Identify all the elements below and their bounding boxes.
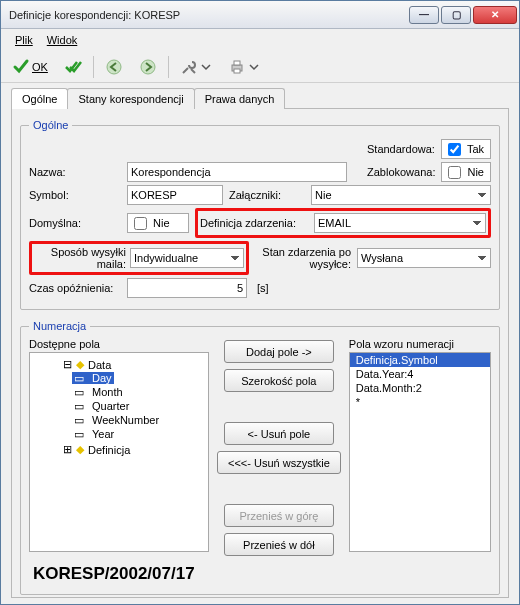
tabstrip: Ogólne Stany korespondencji Prawa danych bbox=[11, 87, 509, 109]
tree-node-data[interactable]: ⊟ ◆ Data bbox=[61, 358, 113, 371]
default-checkbox[interactable]: Nie bbox=[127, 213, 189, 233]
field-width-button[interactable]: Szerokość pola bbox=[224, 369, 334, 392]
print-button[interactable] bbox=[223, 55, 265, 79]
locked-checkbox-input[interactable] bbox=[448, 166, 461, 179]
diamond-icon: ◆ bbox=[76, 358, 84, 371]
tab-general[interactable]: Ogólne bbox=[11, 88, 68, 109]
svg-point-1 bbox=[141, 60, 155, 74]
remove-all-button[interactable]: <<<- Usuń wszystkie bbox=[217, 451, 341, 474]
list-item[interactable]: Data.Month:2 bbox=[350, 381, 490, 395]
content: Ogólne Stany korespondencji Prawa danych… bbox=[1, 83, 519, 604]
numbering-preview: KORESP/2002/07/17 bbox=[29, 556, 491, 586]
arrow-right-icon bbox=[139, 58, 157, 76]
remove-field-button[interactable]: <- Usuń pole bbox=[224, 422, 334, 445]
maximize-button[interactable]: ▢ bbox=[441, 6, 471, 24]
add-field-button[interactable]: Dodaj pole -> bbox=[224, 340, 334, 363]
tools-button[interactable] bbox=[175, 55, 217, 79]
nav-prev-button[interactable] bbox=[100, 55, 128, 79]
svg-point-0 bbox=[107, 60, 121, 74]
delay-label: Czas opóźnienia: bbox=[29, 282, 121, 294]
pattern-fields-col: Pola wzoru numeracji Definicja.Symbol Da… bbox=[349, 338, 491, 556]
chevron-down-icon bbox=[248, 61, 260, 73]
standard-checkbox[interactable]: Tak bbox=[441, 139, 491, 159]
check-icon bbox=[12, 58, 30, 76]
pattern-fields-label: Pola wzoru numeracji bbox=[349, 338, 491, 350]
eventstate-select[interactable]: Wysłana bbox=[357, 248, 491, 268]
menu-file[interactable]: Plik bbox=[15, 34, 33, 46]
printer-icon bbox=[228, 58, 246, 76]
list-item[interactable]: Definicja.Symbol bbox=[350, 353, 490, 367]
tools-icon bbox=[180, 58, 198, 76]
move-down-button[interactable]: Przenieś w dół bbox=[224, 533, 334, 556]
tab-panel-general: Ogólne Standardowa: Tak Nazwa: Zablokowa… bbox=[11, 109, 509, 598]
group-general-legend: Ogólne bbox=[29, 119, 72, 131]
field-icon: ▭ bbox=[74, 428, 88, 440]
minimize-button[interactable]: — bbox=[409, 6, 439, 24]
eventdef-label: Definicja zdarzenia: bbox=[200, 217, 310, 229]
chevron-down-icon bbox=[200, 61, 212, 73]
delay-unit: [s] bbox=[253, 282, 269, 294]
diamond-icon: ◆ bbox=[76, 443, 84, 456]
group-general: Ogólne Standardowa: Tak Nazwa: Zablokowa… bbox=[20, 119, 500, 310]
plus-icon: ⊞ bbox=[63, 443, 72, 456]
nav-next-button[interactable] bbox=[134, 55, 162, 79]
apply-button[interactable] bbox=[59, 55, 87, 79]
close-button[interactable]: ✕ bbox=[473, 6, 517, 24]
group-numbering: Numeracja Dostępne pola ⊟ ◆ Data bbox=[20, 320, 500, 595]
field-icon: ▭ bbox=[74, 400, 88, 412]
available-fields-col: Dostępne pola ⊟ ◆ Data bbox=[29, 338, 209, 556]
attachments-select[interactable]: Nie bbox=[311, 185, 491, 205]
eventdef-highlight: Definicja zdarzenia: EMAIL bbox=[195, 208, 491, 238]
tab-states[interactable]: Stany korespondencji bbox=[67, 88, 194, 109]
arrow-left-icon bbox=[105, 58, 123, 76]
move-up-button[interactable]: Przenieś w górę bbox=[224, 504, 334, 527]
titlebar: Definicje korespondencji: KORESP — ▢ ✕ bbox=[1, 1, 519, 29]
menu-view[interactable]: Widok bbox=[47, 34, 78, 46]
tree-node-definicja[interactable]: ⊞ ◆ Definicja bbox=[61, 443, 132, 456]
tree-node-month[interactable]: ▭Month bbox=[72, 386, 125, 398]
field-icon: ▭ bbox=[74, 414, 88, 426]
symbol-input[interactable] bbox=[127, 185, 223, 205]
name-label: Nazwa: bbox=[29, 166, 121, 178]
sendmode-select[interactable]: Indywidualne bbox=[130, 248, 244, 268]
list-item[interactable]: * bbox=[350, 395, 490, 409]
svg-rect-4 bbox=[234, 69, 240, 73]
group-numbering-legend: Numeracja bbox=[29, 320, 90, 332]
eventstate-label: Stan zdarzenia po wysyłce: bbox=[255, 246, 351, 270]
minus-icon: ⊟ bbox=[63, 358, 72, 371]
default-label: Domyślna: bbox=[29, 217, 121, 229]
standard-label: Standardowa: bbox=[367, 143, 435, 155]
pattern-fields-list[interactable]: Definicja.Symbol Data.Year:4 Data.Month:… bbox=[349, 352, 491, 552]
separator bbox=[168, 56, 169, 78]
ok-button[interactable]: OK bbox=[7, 55, 53, 79]
locked-label: Zablokowana: bbox=[367, 166, 436, 178]
window-buttons: — ▢ ✕ bbox=[409, 6, 517, 24]
window: Definicje korespondencji: KORESP — ▢ ✕ P… bbox=[0, 0, 520, 605]
toolbar: OK bbox=[1, 51, 519, 83]
tree-node-quarter[interactable]: ▭Quarter bbox=[72, 400, 131, 412]
sendmode-label: Sposób wysyłki maila: bbox=[34, 246, 126, 270]
separator bbox=[93, 56, 94, 78]
tree-node-day[interactable]: ▭Day bbox=[72, 372, 114, 384]
window-title: Definicje korespondencji: KORESP bbox=[9, 9, 409, 21]
delay-input[interactable] bbox=[127, 278, 247, 298]
standard-checkbox-input[interactable] bbox=[448, 143, 461, 156]
field-icon: ▭ bbox=[74, 386, 88, 398]
tree-node-weeknumber[interactable]: ▭WeekNumber bbox=[72, 414, 161, 426]
available-fields-tree[interactable]: ⊟ ◆ Data ▭Day ▭Month ▭Quarter ▭WeekNumbe… bbox=[29, 352, 209, 552]
tab-rights[interactable]: Prawa danych bbox=[194, 88, 286, 109]
sendmode-highlight: Sposób wysyłki maila: Indywidualne bbox=[29, 241, 249, 275]
menubar: Plik Widok bbox=[1, 29, 519, 51]
svg-rect-3 bbox=[234, 61, 240, 65]
tree-node-year[interactable]: ▭Year bbox=[72, 428, 116, 440]
eventdef-select[interactable]: EMAIL bbox=[314, 213, 486, 233]
default-checkbox-input[interactable] bbox=[134, 217, 147, 230]
locked-checkbox[interactable]: Nie bbox=[441, 162, 491, 182]
name-input[interactable] bbox=[127, 162, 347, 182]
double-check-icon bbox=[64, 58, 82, 76]
numbering-buttons: Dodaj pole -> Szerokość pola <- Usuń pol… bbox=[217, 338, 341, 556]
field-icon: ▭ bbox=[74, 372, 88, 384]
list-item[interactable]: Data.Year:4 bbox=[350, 367, 490, 381]
available-fields-label: Dostępne pola bbox=[29, 338, 209, 350]
attachments-label: Załączniki: bbox=[229, 189, 305, 201]
